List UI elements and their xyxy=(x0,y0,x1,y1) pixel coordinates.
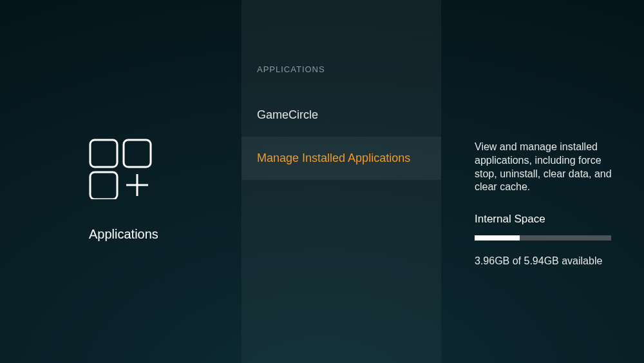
svg-rect-1 xyxy=(124,140,151,167)
menu-item-gamecircle[interactable]: GameCircle xyxy=(242,93,441,137)
menu-item-label: Manage Installed Applications xyxy=(257,152,410,165)
storage-block: Internal Space 3.96GB of 5.94GB availabl… xyxy=(475,212,612,268)
menu-item-manage-installed-applications[interactable]: Manage Installed Applications xyxy=(242,137,441,180)
settings-screen: Applications APPLICATIONS GameCircle Man… xyxy=(0,0,644,363)
detail-pane: View and manage installed applications, … xyxy=(441,0,644,363)
storage-bar-fill xyxy=(475,235,520,240)
left-pane-title: Applications xyxy=(89,227,158,242)
svg-rect-0 xyxy=(90,140,117,167)
menu-item-label: GameCircle xyxy=(257,108,318,122)
applications-icon xyxy=(89,139,152,202)
svg-rect-2 xyxy=(90,172,117,199)
left-pane: Applications xyxy=(0,0,242,363)
storage-bar xyxy=(475,235,611,240)
storage-label: Internal Space xyxy=(475,212,612,226)
middle-header: APPLICATIONS xyxy=(242,0,441,74)
storage-free-text: 3.96GB of 5.94GB available xyxy=(475,255,612,268)
detail-description: View and manage installed applications, … xyxy=(475,141,612,194)
middle-pane: APPLICATIONS GameCircle Manage Installed… xyxy=(242,0,441,363)
